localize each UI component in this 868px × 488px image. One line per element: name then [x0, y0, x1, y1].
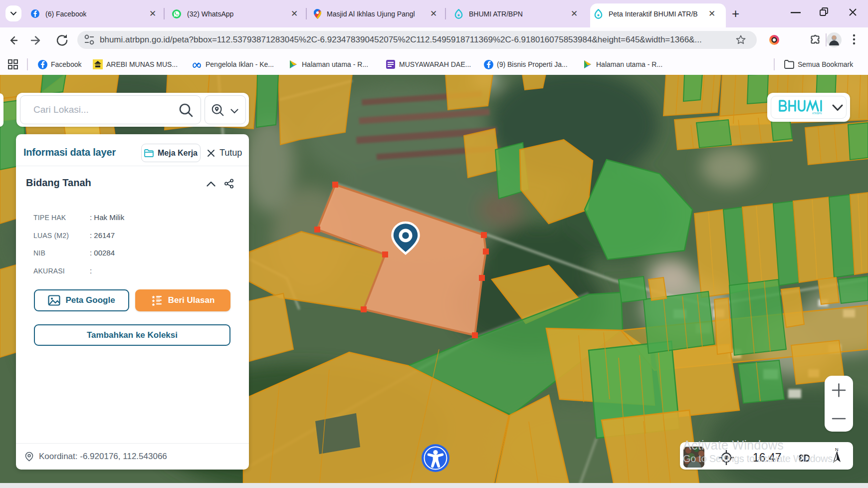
- svg-text:ATR/BPN: ATR/BPN: [812, 112, 822, 115]
- svg-text:N: N: [835, 447, 839, 452]
